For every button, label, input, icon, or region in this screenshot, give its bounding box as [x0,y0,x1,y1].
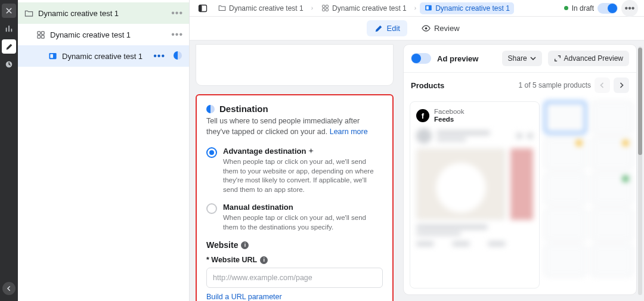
products-next-button[interactable] [614,77,629,93]
info-icon[interactable]: i [260,256,268,264]
preview-thumb[interactable] [591,137,633,169]
website-url-label: * Website URL i [206,256,383,264]
destination-title: Destination [206,104,383,114]
row-more-icon[interactable]: ••• [171,29,183,40]
preview-thumb[interactable] [544,173,586,205]
chevron-down-icon [530,57,536,60]
publish-toggle[interactable] [597,3,618,14]
tab-label: Review [434,24,460,33]
svg-rect-8 [199,5,202,11]
share-button[interactable]: Share [502,51,542,66]
top-bar: Dynamic creative test 1 › Dynamic creati… [190,0,644,17]
folder-icon [24,8,33,18]
products-prev-button [595,77,610,93]
preview-thumb[interactable] [544,137,586,169]
option-label: Manual destination [223,203,293,212]
main-column: Dynamic creative test 1 › Dynamic creati… [190,0,644,301]
tab-bar: Edit Review [190,17,644,41]
more-menu-icon[interactable]: ••• [621,0,638,17]
preview-source-top: Facebook [434,108,465,116]
eye-icon [422,24,431,33]
previous-card-stub [196,44,394,86]
tab-edit[interactable]: Edit [367,20,407,36]
tree-adset-row[interactable]: Dynamic creative test 1 ••• [18,24,189,45]
svg-rect-1 [37,31,40,34]
pencil-icon[interactable] [2,39,16,54]
breadcrumb-label: Dynamic creative test 1 [435,4,510,13]
preview-mock-blurred [416,128,533,246]
panel-toggle-icon[interactable] [196,2,210,15]
tree-ad-row[interactable]: Dynamic creative test 1 ••• [18,45,189,67]
info-icon[interactable]: i [241,241,249,249]
collapse-rail-icon[interactable] [2,282,16,295]
facebook-icon: f [416,109,429,122]
preview-thumb[interactable] [591,101,633,134]
svg-rect-6 [50,54,53,58]
option-label: Advantage destination [223,147,306,156]
build-url-parameter-link[interactable]: Build a URL parameter [206,293,282,301]
preview-thumb[interactable] [544,101,586,134]
folder-icon [218,4,226,13]
chevron-right-icon: › [414,5,416,11]
preview-thumbnail-strip [591,101,633,288]
preview-thumb[interactable] [544,209,586,241]
option-advantage-destination[interactable]: Advantage destination✦ When people tap o… [206,147,383,194]
preview-main: f Facebook Feeds [410,101,540,288]
clock-icon[interactable] [2,57,16,72]
breadcrumb-campaign[interactable]: Dynamic creative test 1 [213,2,308,14]
ad-icon [424,4,432,13]
row-more-icon[interactable]: ••• [153,51,165,61]
row-more-icon[interactable]: ••• [171,8,183,18]
expand-icon [554,55,561,62]
option-desc: When people tap or click on your ad, we'… [223,157,383,194]
left-rail [0,0,18,301]
status-half-icon [174,51,183,61]
scrollbar[interactable] [638,46,642,295]
chart-bar-icon[interactable] [2,21,16,36]
svg-rect-14 [426,6,428,10]
preview-thumb[interactable] [544,244,586,277]
ad-icon [48,51,57,61]
status-badge: In draft [564,4,594,13]
option-desc: When people tap or click on your ad, we'… [223,213,383,232]
tree-label: Dynamic creative test 1 [62,52,148,61]
pencil-icon [374,24,383,33]
website-url-input[interactable] [206,268,383,288]
breadcrumb-label: Dynamic creative test 1 [332,4,407,13]
preview-thumb[interactable] [591,209,633,241]
tab-label: Edit [386,24,400,33]
website-section-heading: Website i [206,240,383,250]
destination-card: Destination Tell us where to send people… [196,94,394,301]
svg-rect-9 [322,5,324,8]
preview-toggle[interactable] [411,53,431,64]
svg-point-15 [425,27,428,30]
learn-more-link[interactable]: Learn more [330,128,368,136]
sparkle-icon: ✦ [308,147,314,155]
tree-campaign-row[interactable]: Dynamic creative test 1 ••• [18,2,189,24]
grid-icon [36,30,45,39]
status-label: In draft [572,4,594,13]
radio-unselected[interactable] [206,203,217,214]
svg-rect-4 [41,35,44,38]
grid-icon [321,4,329,13]
breadcrumb-label: Dynamic creative test 1 [229,4,304,13]
tree-label: Dynamic creative test 1 [38,9,166,18]
breadcrumb-adset[interactable]: Dynamic creative test 1 [317,2,411,14]
preview-thumb[interactable] [591,244,633,277]
tab-review[interactable]: Review [414,20,467,36]
advanced-preview-button[interactable]: Advanced Preview [548,51,629,66]
preview-source-bottom: Feeds [434,116,465,123]
tree-label: Dynamic creative test 1 [50,30,166,39]
breadcrumb-ad[interactable]: Dynamic creative test 1 [420,2,514,14]
preview-thumbnail-strip [544,101,586,288]
option-manual-destination[interactable]: Manual destination When people tap or cl… [206,203,383,232]
editor-panel: Destination Tell us where to send people… [190,41,400,301]
destination-icon [206,105,215,113]
preview-panel: Ad preview Share Advanced Preview Produc… [400,41,644,301]
destination-title-text: Destination [219,104,268,114]
preview-thumb[interactable] [591,173,633,205]
products-count: 1 of 5 sample products [519,81,591,89]
radio-selected[interactable] [206,147,217,158]
close-icon[interactable] [2,4,16,18]
svg-rect-10 [326,5,328,8]
